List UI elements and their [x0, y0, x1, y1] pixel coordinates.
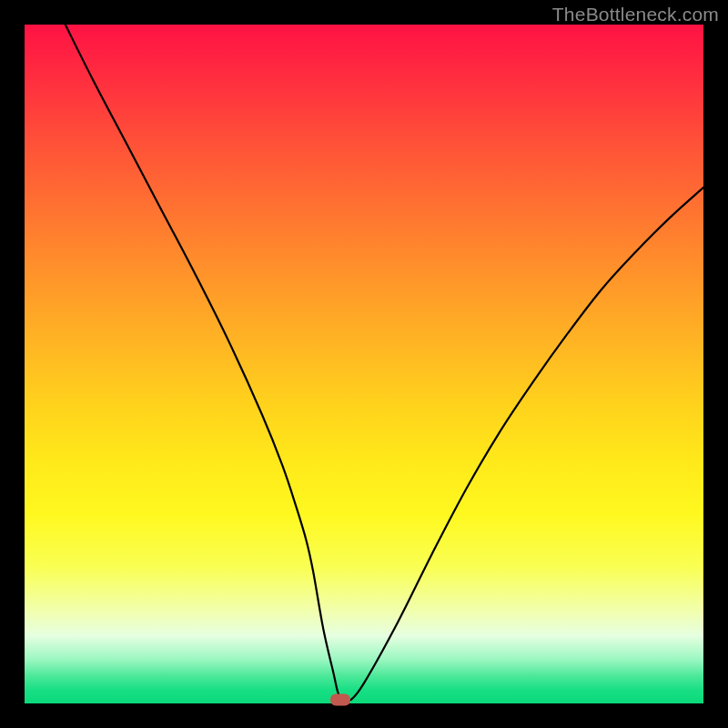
- optimum-marker: [330, 694, 350, 706]
- chart-frame: TheBottleneck.com: [0, 0, 728, 728]
- plot-area: [25, 25, 703, 703]
- watermark-text: TheBottleneck.com: [552, 4, 719, 25]
- curve-svg: [25, 25, 703, 703]
- bottleneck-curve: [66, 25, 703, 702]
